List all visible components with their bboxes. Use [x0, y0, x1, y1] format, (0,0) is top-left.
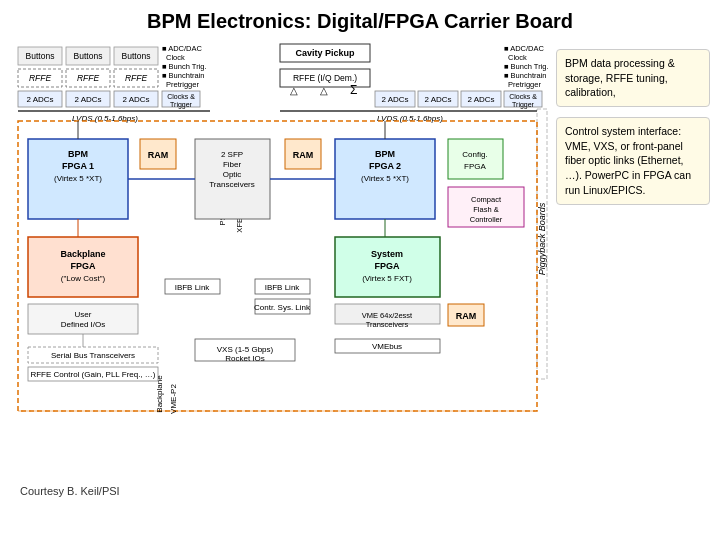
svg-text:Serial Bus Transceivers: Serial Bus Transceivers [51, 351, 135, 360]
svg-text:Piggyback Boards: Piggyback Boards [537, 202, 547, 275]
svg-text:Buttons: Buttons [74, 51, 103, 61]
svg-text:(Virtex 5 FXT): (Virtex 5 FXT) [362, 274, 412, 283]
svg-text:Trigger: Trigger [170, 101, 193, 109]
svg-rect-75 [448, 139, 503, 179]
notes-panel: BPM data processing & storage, RFFE tuni… [556, 39, 710, 497]
svg-text:VMEbus: VMEbus [372, 342, 402, 351]
svg-text:△: △ [290, 85, 298, 96]
note-control: Control system interface: VME, VXS, or f… [556, 117, 710, 204]
svg-text:Pretrigger: Pretrigger [166, 80, 199, 89]
svg-text:RFFE: RFFE [29, 73, 52, 83]
svg-rect-86 [28, 304, 138, 334]
svg-text:FPGA: FPGA [464, 162, 486, 171]
svg-text:Clocks &: Clocks & [509, 93, 537, 100]
svg-text:Fiber: Fiber [223, 160, 242, 169]
svg-text:■ ADC/DAC: ■ ADC/DAC [504, 44, 545, 53]
svg-text:Buttons: Buttons [26, 51, 55, 61]
svg-text:IBFB Link: IBFB Link [175, 283, 211, 292]
svg-text:■ Bunchtrain: ■ Bunchtrain [162, 71, 204, 80]
svg-text:RFFE Control (Gain, PLL Freq.,: RFFE Control (Gain, PLL Freq., …) [30, 370, 155, 379]
svg-text:Σ: Σ [350, 83, 357, 97]
svg-text:RAM: RAM [293, 150, 314, 160]
svg-text:2 ADCs: 2 ADCs [381, 95, 408, 104]
svg-text:RFFE: RFFE [77, 73, 100, 83]
svg-text:2 ADCs: 2 ADCs [424, 95, 451, 104]
svg-text:FPGA 1: FPGA 1 [62, 161, 94, 171]
svg-text:2 ADCs: 2 ADCs [74, 95, 101, 104]
svg-text:△: △ [320, 85, 328, 96]
svg-text:Transceivers: Transceivers [366, 320, 409, 329]
svg-text:2 SFP: 2 SFP [221, 150, 243, 159]
svg-text:VME 64x/2esst: VME 64x/2esst [362, 311, 413, 320]
svg-text:Rocket IOs: Rocket IOs [225, 354, 265, 363]
svg-text:FPGA: FPGA [70, 261, 96, 271]
svg-text:2 ADCs: 2 ADCs [26, 95, 53, 104]
svg-text:Buttons: Buttons [122, 51, 151, 61]
svg-text:RAM: RAM [148, 150, 169, 160]
svg-text:Contr. Sys. Link: Contr. Sys. Link [254, 303, 311, 312]
diagram-svg: Buttons RFFE 2 ADCs Buttons RFFE 2 ADCs … [10, 39, 550, 481]
svg-text:Clock: Clock [166, 53, 185, 62]
svg-text:BPM: BPM [375, 149, 395, 159]
svg-text:■ ADC/DAC: ■ ADC/DAC [162, 44, 203, 53]
svg-text:Config.: Config. [462, 150, 487, 159]
svg-text:2 ADCs: 2 ADCs [467, 95, 494, 104]
svg-text:VXS (1-5 Gbps): VXS (1-5 Gbps) [217, 345, 274, 354]
svg-text:(Virtex 5 *XT): (Virtex 5 *XT) [361, 174, 409, 183]
svg-text:IBFB Link: IBFB Link [265, 283, 301, 292]
svg-text:RFFE (I/Q Dem.): RFFE (I/Q Dem.) [293, 73, 357, 83]
svg-text:RFFE: RFFE [125, 73, 148, 83]
svg-text:System: System [371, 249, 403, 259]
courtesy-text: Courtesy B. Keil/PSI [10, 481, 550, 497]
svg-text:Trigger: Trigger [512, 101, 535, 109]
svg-text:Backplane: Backplane [155, 375, 164, 413]
svg-text:Transceivers: Transceivers [209, 180, 255, 189]
svg-text:Cavity Pickup: Cavity Pickup [295, 48, 355, 58]
diagram-area: Buttons RFFE 2 ADCs Buttons RFFE 2 ADCs … [10, 39, 550, 497]
svg-text:VME-P2: VME-P2 [169, 384, 178, 414]
svg-text:FPGA: FPGA [374, 261, 400, 271]
svg-text:BPM: BPM [68, 149, 88, 159]
svg-text:■ Bunch Trig.: ■ Bunch Trig. [162, 62, 207, 71]
svg-text:FPGA 2: FPGA 2 [369, 161, 401, 171]
svg-text:(Virtex 5 *XT): (Virtex 5 *XT) [54, 174, 102, 183]
svg-text:Flash &: Flash & [473, 205, 498, 214]
note-bpm: BPM data processing & storage, RFFE tuni… [556, 49, 710, 107]
svg-text:Backplane: Backplane [60, 249, 105, 259]
svg-text:Clock: Clock [508, 53, 527, 62]
page-title: BPM Electronics: Digital/FPGA Carrier Bo… [0, 0, 720, 39]
svg-text:Optic: Optic [223, 170, 242, 179]
svg-text:■ Bunchtrain: ■ Bunchtrain [504, 71, 546, 80]
svg-text:Clocks &: Clocks & [167, 93, 195, 100]
svg-text:RAM: RAM [456, 311, 477, 321]
svg-text:("Low Cost"): ("Low Cost") [61, 274, 106, 283]
svg-text:Pretrigger: Pretrigger [508, 80, 541, 89]
svg-text:■ Bunch Trig.: ■ Bunch Trig. [504, 62, 549, 71]
svg-text:User: User [75, 310, 92, 319]
svg-text:2 ADCs: 2 ADCs [122, 95, 149, 104]
svg-text:Compact: Compact [471, 195, 502, 204]
svg-text:Defined I/Os: Defined I/Os [61, 320, 105, 329]
svg-text:Controller: Controller [470, 215, 503, 224]
